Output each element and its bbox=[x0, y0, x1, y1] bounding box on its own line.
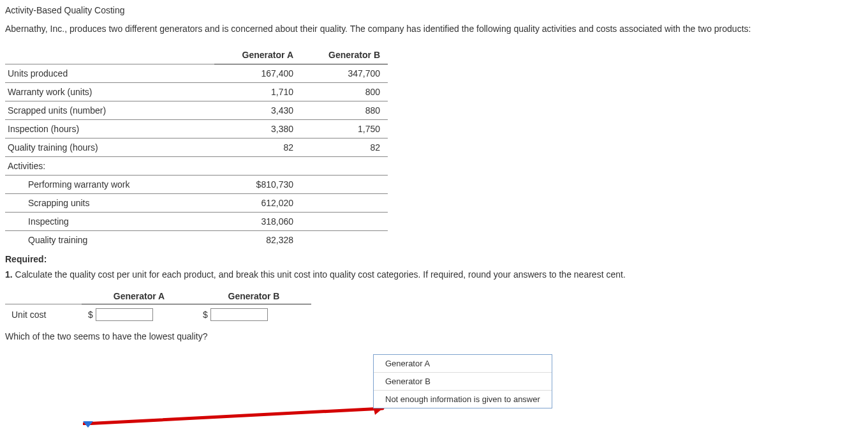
row-label: Quality training (hours) bbox=[5, 138, 214, 156]
cell-a: 3,380 bbox=[214, 119, 301, 138]
dropdown-option[interactable]: Generator A bbox=[374, 355, 552, 373]
activity-label: Inspecting bbox=[5, 212, 214, 230]
cell-b: 800 bbox=[301, 82, 388, 101]
annotation-arrow-icon bbox=[83, 406, 395, 425]
activity-value: 612,020 bbox=[214, 193, 301, 212]
row-label: Scrapped units (number) bbox=[5, 101, 214, 119]
uc-header-b: Generator B bbox=[196, 288, 311, 304]
dropdown-option[interactable]: Not enough information is given to answe… bbox=[374, 391, 552, 408]
cell-a: 167,400 bbox=[214, 64, 301, 82]
activity-value: $810,730 bbox=[214, 175, 301, 193]
page-title: Activity-Based Quality Costing bbox=[5, 5, 863, 15]
activity-label: Scrapping units bbox=[5, 193, 214, 212]
answer-dropdown[interactable]: Generator A Generator B Not enough infor… bbox=[373, 354, 552, 408]
uc-row-label: Unit cost bbox=[5, 304, 82, 325]
data-table: Generator A Generator B Units produced 1… bbox=[5, 46, 388, 249]
activity-value: 318,060 bbox=[214, 212, 301, 230]
unit-cost-row: Unit cost $ $ bbox=[5, 304, 311, 325]
cell-b: 82 bbox=[301, 138, 388, 156]
dropdown-caret-icon bbox=[83, 421, 93, 428]
table-row: Inspection (hours) 3,380 1,750 bbox=[5, 119, 388, 138]
cell-b: 347,700 bbox=[301, 64, 388, 82]
unit-cost-table: Generator A Generator B Unit cost $ $ bbox=[5, 288, 311, 325]
col-header-a: Generator A bbox=[214, 46, 301, 64]
table-row: Units produced 167,400 347,700 bbox=[5, 64, 388, 82]
question-text: Calculate the quality cost per unit for … bbox=[13, 269, 626, 280]
activity-label: Performing warranty work bbox=[5, 175, 214, 193]
unit-cost-input-b[interactable] bbox=[210, 308, 268, 321]
cell-a: 82 bbox=[214, 138, 301, 156]
table-row: Inspecting 318,060 bbox=[5, 212, 388, 230]
table-row: Quality training (hours) 82 82 bbox=[5, 138, 388, 156]
activity-label: Quality training bbox=[5, 230, 214, 249]
row-label: Units produced bbox=[5, 64, 214, 82]
row-label: Warranty work (units) bbox=[5, 82, 214, 101]
cell-b: 880 bbox=[301, 101, 388, 119]
cell-a: 3,430 bbox=[214, 101, 301, 119]
followup-question: Which of the two seems to have the lowes… bbox=[5, 331, 863, 341]
table-row: Quality training 82,328 bbox=[5, 230, 388, 249]
table-row: Scrapping units 612,020 bbox=[5, 193, 388, 212]
required-label: Required: bbox=[5, 254, 863, 264]
activity-value: 82,328 bbox=[214, 230, 301, 249]
currency-symbol: $ bbox=[203, 309, 208, 319]
question-number: 1. bbox=[5, 269, 13, 280]
intro-paragraph: Abernathy, Inc., produces two different … bbox=[5, 22, 863, 37]
cell-b: 1,750 bbox=[301, 119, 388, 138]
dropdown-option[interactable]: Generator B bbox=[374, 373, 552, 391]
table-row: Warranty work (units) 1,710 800 bbox=[5, 82, 388, 101]
activities-label: Activities: bbox=[5, 156, 214, 175]
cell-a: 1,710 bbox=[214, 82, 301, 101]
svg-line-0 bbox=[84, 408, 383, 424]
uc-header-a: Generator A bbox=[82, 288, 196, 304]
table-row: Activities: bbox=[5, 156, 388, 175]
svg-marker-2 bbox=[83, 421, 93, 428]
unit-cost-input-a[interactable] bbox=[96, 308, 153, 321]
row-label: Inspection (hours) bbox=[5, 119, 214, 138]
table-row: Performing warranty work $810,730 bbox=[5, 175, 388, 193]
question-1: 1. Calculate the quality cost per unit f… bbox=[5, 269, 863, 280]
currency-symbol: $ bbox=[88, 309, 93, 319]
col-header-b: Generator B bbox=[301, 46, 388, 64]
table-row: Scrapped units (number) 3,430 880 bbox=[5, 101, 388, 119]
